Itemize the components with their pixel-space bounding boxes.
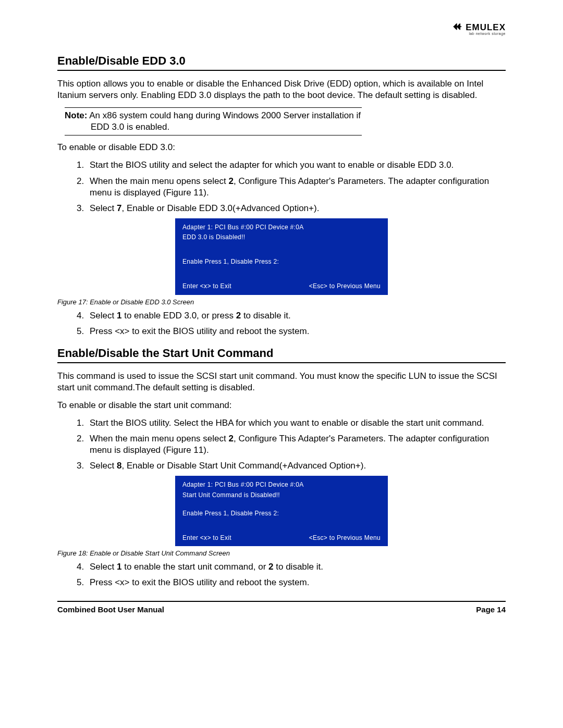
footer-page: Page 14 [476, 605, 506, 614]
bios-line3: Enable Press 1, Disable Press 2: [182, 509, 381, 519]
heading-rule-2 [57, 362, 506, 363]
step-3: Select 8, Enable or Disable Start Unit C… [87, 460, 506, 472]
section-heading-startunit: Enable/Disable the Start Unit Command [57, 347, 506, 360]
bios-line2: EDD 3.0 is Disabled!! [182, 232, 381, 242]
steps-startunit-b: Select 1 to enable the start unit comman… [57, 561, 506, 588]
note-text: An x86 system could hang during Windows … [87, 110, 360, 132]
step-1: Start the BIOS utility and select the ad… [87, 159, 506, 171]
logo-sub: lab network storage [453, 32, 506, 35]
logo-main: ⯬ EMULEX [453, 23, 506, 32]
bios-line1: Adapter 1: PCI Bus #:00 PCI Device #:0A [182, 223, 381, 232]
bios-back: <Esc> to Previous Menu [309, 533, 381, 543]
bios-screen-edd: Adapter 1: PCI Bus #:00 PCI Device #:0A … [175, 218, 388, 295]
page-footer: Combined Boot User Manual Page 14 [57, 605, 506, 614]
bios-line2: Start Unit Command is Disabled!! [182, 490, 381, 500]
step-2: When the main menu opens select 2, Confi… [87, 433, 506, 456]
note-block: Note: An x86 system could hang during Wi… [65, 107, 362, 135]
step-3: Select 7, Enable or Disable EDD 3.0(+Adv… [87, 203, 506, 214]
bios-exit: Enter <x> to Exit [182, 533, 231, 543]
footer-rule [57, 601, 506, 602]
steps-startunit-a: Start the BIOS utility. Select the HBA f… [57, 417, 506, 472]
intro-edd: This option allows you to enable or disa… [57, 78, 506, 101]
heading-rule [57, 70, 506, 71]
step-4: Select 1 to enable EDD 3.0, or press 2 t… [87, 310, 506, 322]
lead-edd: To enable or disable EDD 3.0: [57, 142, 506, 153]
step-4: Select 1 to enable the start unit comman… [87, 561, 506, 573]
bios-back: <Esc> to Previous Menu [309, 281, 381, 291]
bios-exit: Enter <x> to Exit [182, 281, 231, 291]
intro-startunit: This command is used to issue the SCSI s… [57, 371, 506, 393]
note-label: Note: [65, 110, 87, 120]
figure17-caption: Figure 17: Enable or Disable EDD 3.0 Scr… [57, 298, 506, 306]
lead-startunit: To enable or disable the start unit comm… [57, 400, 506, 411]
step-1: Start the BIOS utility. Select the HBA f… [87, 417, 506, 429]
step-2: When the main menu opens select 2, Confi… [87, 176, 506, 199]
bios-line3: Enable Press 1, Disable Press 2: [182, 257, 381, 267]
logo-block: ⯬ EMULEX lab network storage [57, 23, 506, 35]
figure18-caption: Figure 18: Enable or Disable Start Unit … [57, 549, 506, 557]
footer-title: Combined Boot User Manual [57, 605, 164, 614]
step-5: Press <x> to exit the BIOS utility and r… [87, 326, 506, 337]
bios-line1: Adapter 1: PCI Bus #:00 PCI Device #:0A [182, 480, 381, 490]
bios-screen-startunit: Adapter 1: PCI Bus #:00 PCI Device #:0A … [175, 476, 388, 546]
steps-edd-b: Select 1 to enable EDD 3.0, or press 2 t… [57, 310, 506, 337]
steps-edd-a: Start the BIOS utility and select the ad… [57, 159, 506, 214]
step-5: Press <x> to exit the BIOS utility and r… [87, 577, 506, 588]
section-heading-edd: Enable/Disable EDD 3.0 [57, 54, 506, 68]
